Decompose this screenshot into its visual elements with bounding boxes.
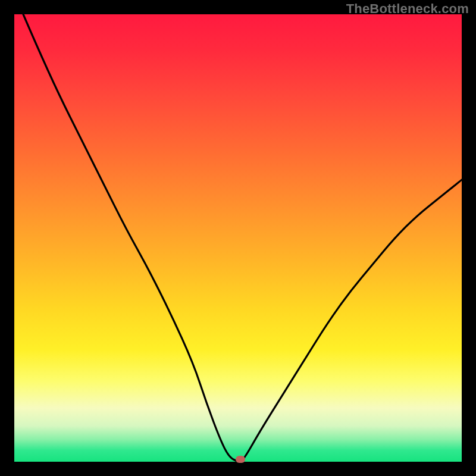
curve-svg xyxy=(14,14,462,462)
bottleneck-curve-path xyxy=(23,14,462,462)
plot-area xyxy=(14,14,462,462)
minimum-marker xyxy=(236,456,245,463)
chart-frame: TheBottleneck.com xyxy=(0,0,476,476)
